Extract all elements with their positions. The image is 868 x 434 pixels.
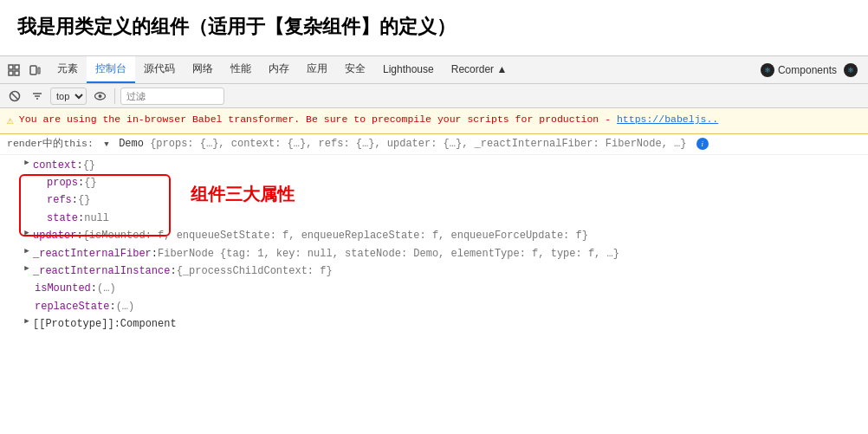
tab-network[interactable]: 网络 <box>184 56 222 83</box>
tab-application[interactable]: 应用 <box>298 56 336 83</box>
ismounted-row: isMounted : (…) <box>7 280 861 297</box>
svg-point-12 <box>98 94 101 98</box>
filter-button[interactable] <box>28 87 47 106</box>
svg-rect-0 <box>9 65 13 69</box>
devtools-panel: 元素 控制台 源代码 网络 性能 内存 应用 安全 Lighthouse Rec… <box>0 55 868 351</box>
tab-console[interactable]: 控制台 <box>87 56 135 83</box>
eye-icon[interactable] <box>90 87 109 106</box>
prototype-triangle[interactable] <box>21 315 33 328</box>
svg-rect-5 <box>38 68 40 74</box>
page-title: 我是用类定义的组件（适用于【复杂组件】的定义） <box>17 14 851 40</box>
device-icon[interactable] <box>24 60 45 81</box>
tab-memory[interactable]: 内存 <box>260 56 298 83</box>
render-label: render中的this: <box>7 136 94 152</box>
warning-text: You are using the in-browser Babel trans… <box>19 112 718 126</box>
page-content: 我是用类定义的组件（适用于【复杂组件】的定义） <box>0 0 868 55</box>
instance-row: _reactInternalInstance : {_processChildC… <box>7 262 861 280</box>
react-icon: ⚛ <box>761 63 774 77</box>
tab-components[interactable]: ⚛ Components ⚛ <box>754 56 865 83</box>
props-row: props : {} <box>7 174 861 191</box>
demo-expand-triangle[interactable] <box>100 139 113 151</box>
svg-rect-4 <box>30 66 36 74</box>
svg-line-7 <box>12 93 18 99</box>
tab-bar: 元素 控制台 源代码 网络 性能 内存 应用 安全 Lighthouse Rec… <box>0 56 868 84</box>
annotated-rows: props : {} refs : {} state : <box>7 174 861 227</box>
filter-input[interactable] <box>120 87 224 105</box>
tab-bar-left-icons <box>3 60 45 81</box>
tab-recorder[interactable]: Recorder ▲ <box>443 56 516 83</box>
context-select[interactable]: top <box>50 87 87 105</box>
demo-class-name: Demo <box>119 138 150 150</box>
svg-rect-1 <box>9 71 13 75</box>
context-triangle[interactable] <box>21 157 33 170</box>
updater-row: updater : {isMounted: f, enqueueSetState… <box>7 227 861 244</box>
tab-security[interactable]: 安全 <box>336 56 374 83</box>
warning-bar: ⚠ You are using the in-browser Babel tra… <box>0 108 868 134</box>
refs-row: refs : {} <box>7 191 861 209</box>
render-this-line: render中的this: Demo {props: {…}, context:… <box>0 134 868 155</box>
updater-triangle[interactable] <box>21 227 33 240</box>
fiber-triangle[interactable] <box>21 245 33 258</box>
state-row: state : null <box>7 210 861 227</box>
demo-object-summary: Demo {props: {…}, context: {…}, refs: {…… <box>100 136 861 152</box>
react-icon-2: ⚛ <box>844 63 858 77</box>
svg-rect-2 <box>15 65 19 69</box>
toolbar: top <box>0 84 868 108</box>
instance-triangle[interactable] <box>21 262 33 275</box>
toolbar-divider <box>114 88 115 104</box>
tab-sources[interactable]: 源代码 <box>135 56 184 83</box>
clear-console-button[interactable] <box>5 87 24 106</box>
prototype-row: [[Prototype]] : Component <box>7 315 861 333</box>
tab-performance[interactable]: 性能 <box>222 56 260 83</box>
inspect-icon[interactable] <box>3 60 24 81</box>
fiber-row: _reactInternalFiber : FiberNode {tag: 1,… <box>7 245 861 262</box>
replacestate-row: replaceState : (…) <box>7 298 861 315</box>
warning-link[interactable]: https://babeljs.. <box>617 113 718 125</box>
warning-icon: ⚠ <box>7 113 14 130</box>
context-row: context : {} <box>7 157 861 174</box>
svg-rect-3 <box>15 71 19 75</box>
info-icon[interactable]: i <box>696 138 709 150</box>
cn-annotation: 组件三大属性 <box>191 179 295 209</box>
console-area: ⚠ You are using the in-browser Babel tra… <box>0 108 868 351</box>
tab-lighthouse[interactable]: Lighthouse <box>374 56 443 83</box>
tab-elements[interactable]: 元素 <box>49 56 87 83</box>
obj-tree: context : {} props : {} <box>0 155 868 335</box>
